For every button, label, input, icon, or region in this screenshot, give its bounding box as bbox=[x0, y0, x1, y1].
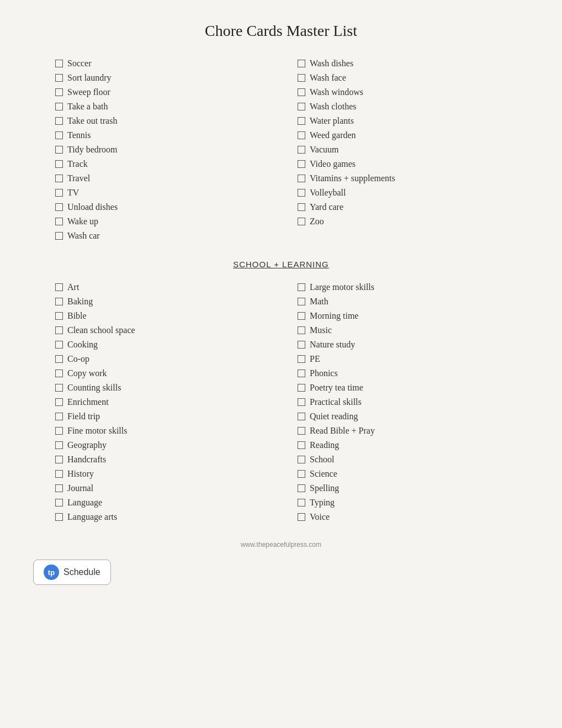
list-item: Weed garden bbox=[298, 128, 529, 143]
checkbox-icon[interactable] bbox=[298, 117, 305, 125]
checkbox-icon[interactable] bbox=[55, 413, 63, 420]
footer-text: www.thepeacefulpress.com bbox=[33, 541, 529, 548]
checkbox-icon[interactable] bbox=[298, 427, 305, 435]
checkbox-icon[interactable] bbox=[298, 189, 305, 197]
checkbox-icon[interactable] bbox=[298, 103, 305, 110]
section2-header: SCHOOL + LEARNING bbox=[33, 260, 529, 269]
section2-list: ArtBakingBibleClean school spaceCookingC… bbox=[33, 280, 529, 524]
checkbox-icon[interactable] bbox=[298, 298, 305, 305]
checkbox-icon[interactable] bbox=[55, 203, 63, 211]
checkbox-icon[interactable] bbox=[298, 146, 305, 154]
list-item: Zoo bbox=[298, 214, 529, 229]
checkbox-icon[interactable] bbox=[298, 218, 305, 225]
checkbox-icon[interactable] bbox=[55, 298, 63, 305]
checkbox-icon[interactable] bbox=[298, 131, 305, 139]
checkbox-icon[interactable] bbox=[298, 499, 305, 507]
checkbox-icon[interactable] bbox=[298, 456, 305, 463]
list-item: Math bbox=[298, 294, 529, 309]
checkbox-icon[interactable] bbox=[55, 398, 63, 406]
checkbox-icon[interactable] bbox=[55, 355, 63, 363]
checkbox-icon[interactable] bbox=[55, 88, 63, 96]
checkbox-icon[interactable] bbox=[55, 160, 63, 168]
checkbox-icon[interactable] bbox=[298, 355, 305, 363]
list-item: Nature study bbox=[298, 337, 529, 352]
checkbox-icon[interactable] bbox=[55, 117, 63, 125]
checkbox-icon[interactable] bbox=[298, 160, 305, 168]
list-item: Language arts bbox=[55, 510, 275, 524]
list-item: Co-op bbox=[55, 352, 275, 366]
checkbox-icon[interactable] bbox=[298, 470, 305, 478]
list-item: Unload dishes bbox=[55, 200, 275, 214]
checkbox-icon[interactable] bbox=[55, 131, 63, 139]
checkbox-icon[interactable] bbox=[298, 175, 305, 182]
checkbox-icon[interactable] bbox=[298, 312, 305, 320]
list-item: Reading bbox=[298, 438, 529, 452]
list-item: Fine motor skills bbox=[55, 424, 275, 438]
list-item: Wake up bbox=[55, 214, 275, 229]
checkbox-icon[interactable] bbox=[55, 189, 63, 197]
list-item: Wash windows bbox=[298, 85, 529, 99]
list-item: Bible bbox=[55, 309, 275, 323]
list-item: Morning time bbox=[298, 309, 529, 323]
list-item: Volleyball bbox=[298, 186, 529, 200]
list-item: Field trip bbox=[55, 409, 275, 424]
list-item: Vacuum bbox=[298, 143, 529, 157]
list-item: Wash face bbox=[298, 71, 529, 85]
checkbox-icon[interactable] bbox=[55, 513, 63, 521]
list-item: Geography bbox=[55, 438, 275, 452]
list-item: Baking bbox=[55, 294, 275, 309]
checkbox-icon[interactable] bbox=[55, 326, 63, 334]
list-item: Handcrafts bbox=[55, 452, 275, 467]
list-item: Track bbox=[55, 157, 275, 171]
section1-list: SoccerSort laundrySweep floorTake a bath… bbox=[33, 56, 529, 243]
list-item: PE bbox=[298, 352, 529, 366]
checkbox-icon[interactable] bbox=[55, 384, 63, 392]
checkbox-icon[interactable] bbox=[55, 103, 63, 110]
checkbox-icon[interactable] bbox=[55, 470, 63, 478]
checkbox-icon[interactable] bbox=[55, 499, 63, 507]
checkbox-icon[interactable] bbox=[298, 74, 305, 82]
list-item: Language bbox=[55, 495, 275, 510]
list-item: Clean school space bbox=[55, 323, 275, 337]
checkbox-icon[interactable] bbox=[298, 88, 305, 96]
list-item: Spelling bbox=[298, 481, 529, 495]
checkbox-icon[interactable] bbox=[298, 203, 305, 211]
checkbox-icon[interactable] bbox=[298, 413, 305, 420]
checkbox-icon[interactable] bbox=[298, 60, 305, 67]
list-item: Typing bbox=[298, 495, 529, 510]
checkbox-icon[interactable] bbox=[55, 232, 63, 240]
checkbox-icon[interactable] bbox=[55, 312, 63, 320]
list-item: Wash car bbox=[55, 229, 275, 243]
checkbox-icon[interactable] bbox=[55, 484, 63, 492]
list-item: Tidy bedroom bbox=[55, 143, 275, 157]
checkbox-icon[interactable] bbox=[55, 60, 63, 67]
checkbox-icon[interactable] bbox=[55, 74, 63, 82]
checkbox-icon[interactable] bbox=[55, 341, 63, 349]
checkbox-icon[interactable] bbox=[55, 441, 63, 449]
checkbox-icon[interactable] bbox=[298, 484, 305, 492]
checkbox-icon[interactable] bbox=[55, 175, 63, 182]
list-item: Vitamins + supplements bbox=[298, 171, 529, 186]
checkbox-icon[interactable] bbox=[298, 441, 305, 449]
checkbox-icon[interactable] bbox=[298, 341, 305, 349]
list-item: Enrichment bbox=[55, 395, 275, 409]
checkbox-icon[interactable] bbox=[55, 427, 63, 435]
checkbox-icon[interactable] bbox=[298, 283, 305, 291]
list-item: Copy work bbox=[55, 366, 275, 381]
list-item: Science bbox=[298, 467, 529, 481]
list-item: Counting skills bbox=[55, 381, 275, 395]
list-item: Poetry tea time bbox=[298, 381, 529, 395]
checkbox-icon[interactable] bbox=[55, 218, 63, 225]
checkbox-icon[interactable] bbox=[298, 398, 305, 406]
checkbox-icon[interactable] bbox=[55, 456, 63, 463]
checkbox-icon[interactable] bbox=[298, 370, 305, 377]
schedule-button[interactable]: tp Schedule bbox=[33, 560, 111, 585]
checkbox-icon[interactable] bbox=[55, 370, 63, 377]
list-item: Phonics bbox=[298, 366, 529, 381]
checkbox-icon[interactable] bbox=[298, 513, 305, 521]
checkbox-icon[interactable] bbox=[298, 326, 305, 334]
checkbox-icon[interactable] bbox=[298, 384, 305, 392]
checkbox-icon[interactable] bbox=[55, 283, 63, 291]
checkbox-icon[interactable] bbox=[55, 146, 63, 154]
list-item: Music bbox=[298, 323, 529, 337]
